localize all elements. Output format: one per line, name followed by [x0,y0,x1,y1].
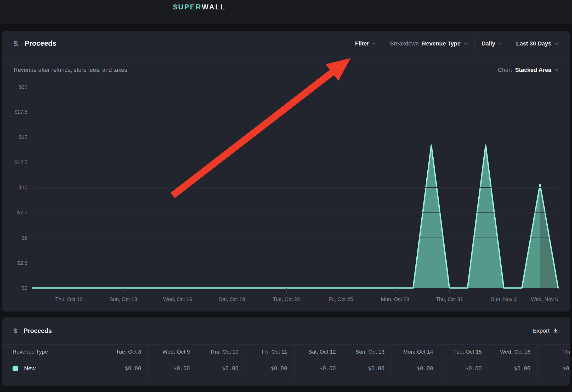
x-axis-label: Sun, Nov 3 [491,296,517,302]
chart-header-controls: Filter Breakdown Revenue Type Daily Last… [348,38,558,49]
x-axis-label: Tue, Oct 22 [273,296,300,302]
y-axis-label: $5 [3,235,27,241]
chevron-down-icon [372,42,376,45]
date-range-dropdown[interactable]: Last 30 Days [509,40,558,47]
chart-type-dropdown[interactable]: Chart Stacked Area [498,67,558,73]
y-axis-label: $20 [3,84,27,90]
x-axis-tick [341,288,341,293]
series-swatch [13,366,18,371]
x-axis-label: Fri, Oct 25 [329,296,353,302]
top-app-bar: $UPERWALL [0,0,572,24]
value-cell: $0.00 [392,359,440,378]
chevron-down-icon [498,42,502,45]
logo-accent-text: $UPER [173,3,202,11]
value-cell: $0.00 [343,359,392,378]
value-cell: $0.00 [537,359,570,378]
x-axis-tick [395,288,395,293]
chart-panel-header: $ Proceeds Filter Breakdown Revenue Type… [2,31,570,56]
chart-type-label: Chart [498,67,512,73]
dollar-icon: $ [14,327,24,335]
table-header-date: Tue, Oct 15 [440,345,489,359]
proceeds-table-panel: $ Proceeds Export Revenue TypeTue, Oct 8… [2,317,570,386]
interval-value: Daily [482,40,495,47]
logo-rest-text: WALL [202,3,226,11]
table-header-date: Fri, Oct 11 [246,345,294,359]
table-header-row: Revenue TypeTue, Oct 8Wed, Oct 9Thu, Oct… [2,345,570,359]
table-header-date: Thu, O [537,345,570,359]
dollar-icon: $ [14,39,25,48]
filter-button[interactable]: Filter [348,40,383,47]
table-row: New$0.00$0.00$0.00$0.00$0.00$0.00$0.00$0… [2,359,570,378]
gridline [33,187,558,188]
value-cell: $0.00 [197,359,246,378]
x-axis-label: Sun, Oct 13 [110,296,137,302]
table-header-date: Sun, Oct 13 [343,345,392,359]
breakdown-dropdown[interactable]: Breakdown Revenue Type [383,40,474,47]
table-header-date: Mon, Oct 14 [392,345,440,359]
date-range-value: Last 30 Days [516,40,551,47]
chart-subtitle: Revenue after refunds, store fees, and t… [14,67,127,73]
value-cell: $0.00 [440,359,489,378]
value-cell: $0.00 [246,359,294,378]
y-axis-label: $17.5 [3,109,27,115]
chart-subtitle-row: Revenue after refunds, store fees, and t… [14,65,558,75]
export-button[interactable]: Export [533,327,558,334]
gridline [33,87,558,87]
filter-label: Filter [355,40,369,47]
gridline [33,162,558,162]
x-axis-tick [232,288,232,293]
table-panel-title: Proceeds [24,327,52,335]
series-cell: New [2,359,100,378]
x-axis-label: Sat, Oct 19 [219,296,245,302]
x-axis-tick [178,288,178,293]
chart-type-value: Stacked Area [515,67,551,73]
y-axis-label: $10 [3,184,27,191]
y-axis-label: $2.5 [3,260,27,266]
table-header-date: Sat, Oct 12 [294,345,343,359]
y-axis-label: $0 [3,285,27,291]
y-axis-label: $12.5 [3,159,27,165]
gridline [33,263,558,263]
x-axis-label: Mon, Oct 28 [381,296,409,302]
proceeds-table: Revenue TypeTue, Oct 8Wed, Oct 9Thu, Oct… [2,344,570,378]
x-axis-tick [558,288,558,293]
series-label: New [24,359,36,378]
gridline [33,238,558,238]
superwall-logo: $UPERWALL [173,3,226,11]
x-axis-label: Thu, Oct 10 [55,296,83,302]
gridline [33,212,558,213]
gridline [33,112,558,112]
x-axis-tick [69,288,69,293]
x-axis-label: Wed, Nov 6 [531,296,558,302]
table-header-date: Wed, Oct 9 [148,345,197,359]
gridline [33,137,558,137]
chevron-down-icon [464,42,468,45]
x-axis-label: Wed, Oct 16 [163,296,192,302]
dashboard-screen: $UPERWALL $ Proceeds Filter Breakdown Re… [0,0,572,392]
table-header-date: Wed, Oct 16 [489,345,537,359]
chevron-down-icon [554,69,558,71]
y-axis-label: $7.5 [3,209,27,216]
y-axis-label: $15 [3,134,27,140]
download-icon [553,328,558,334]
area-fill-new [33,145,558,288]
value-cell: $0.00 [148,359,197,378]
table-panel-header: $ Proceeds Export [2,317,570,344]
x-axis-tick [449,288,450,293]
x-axis-label: Thu, Oct 31 [436,296,463,302]
x-axis-tick [286,288,287,293]
x-axis-tick [504,288,504,293]
proceeds-chart-panel: $ Proceeds Filter Breakdown Revenue Type… [2,31,570,312]
export-label: Export [533,327,550,334]
breakdown-value: Revenue Type [422,40,461,47]
value-cell: $0.00 [100,359,148,378]
chevron-down-icon [554,42,558,45]
value-cell: $0.00 [489,359,537,378]
gridline [33,288,558,288]
table-header-date: Thu, Oct 10 [197,345,246,359]
table-header-date: Tue, Oct 8 [100,345,148,359]
x-axis-tick [123,288,123,293]
chart-panel-title: Proceeds [25,39,56,48]
interval-dropdown[interactable]: Daily [475,40,509,47]
breakdown-label: Breakdown [390,40,419,47]
